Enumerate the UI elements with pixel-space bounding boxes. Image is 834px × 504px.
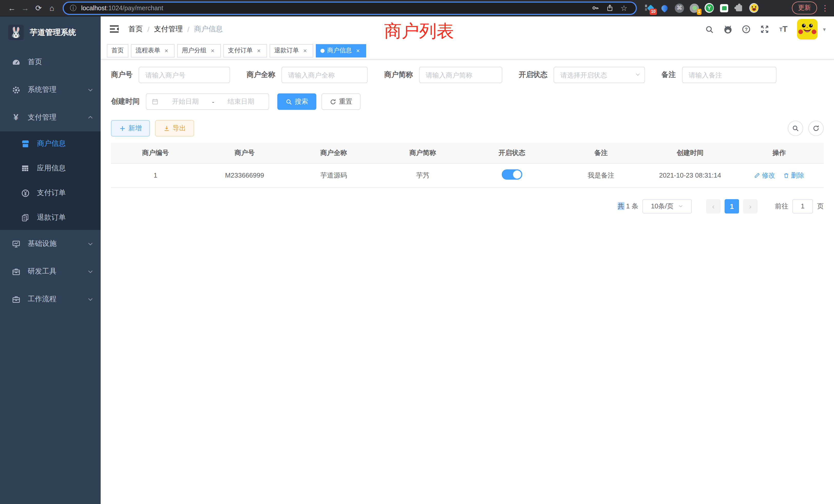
extension-notes-icon[interactable] [720,3,729,13]
col-status: 开启状态 [467,143,556,163]
close-icon[interactable]: × [302,47,309,54]
address-bar[interactable]: ⓘ localhost:1024/pay/merchant ☆ [63,1,637,15]
merchant-table: 商户编号 商户号 商户全称 商户简称 开启状态 备注 创建时间 操作 1 [111,143,824,188]
bookmark-star-icon[interactable]: ☆ [618,3,630,13]
table-toolbar: 新增 导出 [111,120,824,137]
extension-command-icon[interactable]: ⌘ [675,3,684,13]
github-icon[interactable] [720,22,736,37]
url-host: localhost [81,4,107,12]
browser-toolbar: ← → ⟳ ⌂ ⓘ localhost:1024/pay/merchant ☆ … [0,0,834,17]
extension-pin-icon[interactable] [660,3,669,13]
sidebar-item-label: 支付管理 [28,113,87,122]
refresh-button[interactable] [808,121,824,136]
sidebar-item-home[interactable]: 首页 [0,48,101,76]
home-icon[interactable]: ⌂ [45,2,59,14]
sidebar-item-pay-order[interactable]: 支付订单 [0,181,101,205]
extensions-puzzle-icon[interactable] [734,3,744,13]
help-icon[interactable]: ? [739,22,754,37]
goto-page-input[interactable] [792,199,813,213]
tab-merchant-info[interactable]: 商户信息× [316,44,366,57]
merchant-no-label: 商户号 [111,70,139,79]
forward-icon[interactable]: → [19,2,32,14]
document-copy-icon [21,213,30,222]
reload-icon[interactable]: ⟳ [32,2,45,14]
create-time-label: 创建时间 [111,97,146,106]
tab-process-form[interactable]: 流程表单× [131,44,175,57]
caret-down-icon[interactable]: ▾ [823,26,826,32]
col-short-name: 商户简称 [378,143,467,163]
tab-pay-order[interactable]: 支付订单× [223,44,267,57]
extension-y-icon[interactable]: Y [705,3,714,13]
tags-view: 首页 流程表单× 用户分组× 支付订单× 退款订单× 商户信息× [101,42,834,60]
merchant-no-input[interactable] [139,67,230,83]
sidebar-item-workflow[interactable]: 工作流程 [0,285,101,313]
create-time-range-picker[interactable]: 开始日期 - 结束日期 [146,93,269,110]
sidebar-item-devtools[interactable]: 研发工具 [0,258,101,285]
profile-emoji-icon[interactable] [749,3,759,13]
tab-user-group[interactable]: 用户分组× [177,44,221,57]
close-icon[interactable]: × [354,47,361,54]
page-1-button[interactable]: 1 [725,199,739,213]
share-icon[interactable] [604,3,615,13]
fullscreen-icon[interactable] [757,22,773,37]
grid-icon [21,164,30,173]
sidebar-item-system[interactable]: 系统管理 [0,76,101,104]
merchant-name-input[interactable] [281,67,368,83]
status-toggle[interactable] [502,169,522,180]
reset-button[interactable]: 重置 [322,93,360,110]
goto-label: 前往 [775,202,788,211]
breadcrumb-current: 商户信息 [194,25,223,34]
browser-menu-icon[interactable]: ⋮ [821,3,829,13]
col-actions: 操作 [734,143,824,163]
status-select-input[interactable] [554,67,645,83]
status-select[interactable] [554,67,645,83]
delete-link[interactable]: 删除 [783,171,804,180]
sidebar-item-refund-order[interactable]: 退款订单 [0,205,101,230]
edit-link[interactable]: 修改 [754,171,775,180]
table-row: 1 M233666999 芋道源码 芋艿 我是备注 2021-10-23 08:… [111,163,824,187]
page-size-select[interactable]: 10条/页 [642,199,692,213]
font-size-icon[interactable]: TT [776,22,791,37]
url-path: :1024/pay/merchant [107,4,163,12]
sidebar-item-app-info[interactable]: 应用信息 [0,156,101,181]
header-search-icon[interactable] [702,22,717,37]
search-button[interactable]: 搜索 [277,93,316,110]
col-create-time: 创建时间 [645,143,734,163]
user-avatar[interactable] [797,19,818,40]
close-icon[interactable]: × [255,47,262,54]
export-button[interactable]: 导出 [155,120,194,137]
breadcrumb-pay[interactable]: 支付管理 [154,25,183,34]
close-icon[interactable]: × [163,47,170,54]
sidebar-item-label: 研发工具 [28,267,87,276]
breadcrumb: 首页 / 支付管理 / 商户信息 [128,25,223,34]
toggle-search-button[interactable] [788,121,803,136]
short-name-input[interactable] [419,67,502,83]
menu-fold-icon[interactable] [109,24,120,35]
app-logo[interactable]: 🐰 芋道管理系统 [0,17,101,48]
sidebar-item-infra[interactable]: 基础设施 [0,230,101,258]
sidebar-item-merchant-info[interactable]: 商户信息 [0,131,101,156]
breadcrumb-home[interactable]: 首页 [128,25,143,34]
remark-input[interactable] [682,67,776,83]
select-caret-icon [635,71,641,77]
sidebar-item-label: 系统管理 [28,85,87,94]
password-key-icon[interactable] [590,3,601,13]
yen-icon: ¥ [11,113,21,122]
chrome-update-button[interactable]: 更新 [792,2,817,14]
add-button[interactable]: 新增 [111,120,150,137]
prev-page-button[interactable]: ‹ [706,199,721,213]
close-icon[interactable]: × [209,47,216,54]
tab-home[interactable]: 首页 [107,44,128,57]
next-page-button[interactable]: › [743,199,758,213]
sidebar-item-label: 商户信息 [37,139,93,148]
extension-proxy-icon[interactable]: 1 [690,3,699,13]
tab-refund-order[interactable]: 退款订单× [270,44,313,57]
sidebar-item-label: 首页 [28,58,93,67]
site-info-icon[interactable]: ⓘ [70,3,76,13]
chevron-up-icon [87,114,93,121]
col-remark: 备注 [556,143,645,163]
extension-devtools-icon[interactable]: 10 [645,3,654,13]
short-name-label: 商户简称 [384,70,419,79]
sidebar-item-pay[interactable]: ¥ 支付管理 [0,104,101,131]
back-icon[interactable]: ← [5,2,19,14]
